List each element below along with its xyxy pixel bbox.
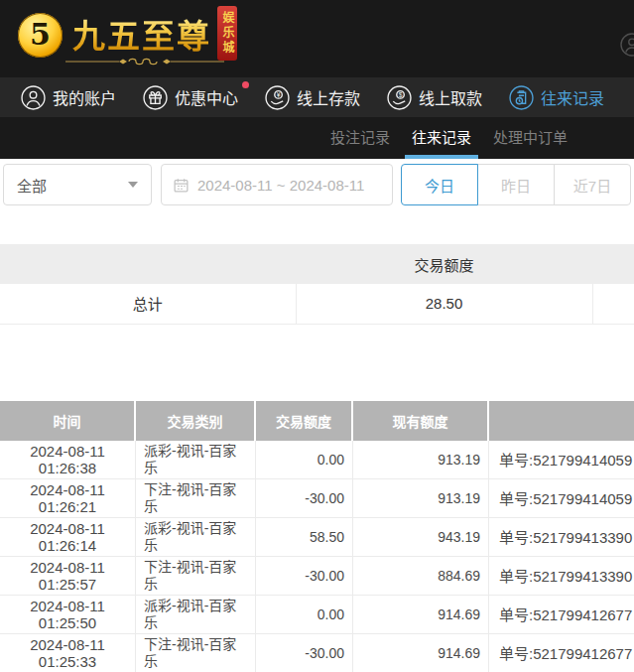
cell-balance: 914.69 <box>353 596 489 634</box>
brand-logo-icon: 5 <box>18 13 63 58</box>
cell-amount: 58.50 <box>256 518 353 557</box>
nav-item-label: 我的账户 <box>53 85 116 109</box>
cell-type: 派彩-视讯-百家乐 <box>136 518 256 557</box>
col-header-time: 时间 <box>0 401 136 441</box>
cell-order: 单号:521799413390 <box>489 557 634 596</box>
table-row: 2024-08-11 01:26:38 派彩-视讯-百家乐 0.00 913.1… <box>0 441 634 479</box>
cell-order: 单号:521799412677 <box>489 634 634 672</box>
col-header-type: 交易类别 <box>136 401 256 441</box>
col-header-amount: 交易额度 <box>256 401 353 441</box>
category-select-value: 全部 <box>17 175 47 196</box>
user-icon <box>21 85 46 110</box>
chevron-down-icon <box>128 182 138 188</box>
category-select[interactable]: 全部 <box>3 164 152 205</box>
cell-time: 2024-08-11 01:25:33 <box>0 634 136 672</box>
nav-item-promotions[interactable]: 优惠中心 <box>143 85 238 110</box>
gift-icon <box>143 85 168 110</box>
col-header-order <box>489 401 634 441</box>
nav-item-label: 往来记录 <box>541 85 604 109</box>
cell-type: 下注-视讯-百家乐 <box>136 479 256 518</box>
cell-balance: 943.19 <box>353 518 489 557</box>
notification-dot <box>242 81 249 88</box>
summary-table: 交易额度 总计 28.50 <box>0 244 634 325</box>
cell-type: 下注-视讯-百家乐 <box>136 557 256 596</box>
deposit-icon: ¥ <box>265 85 290 110</box>
summary-header-empty <box>0 244 296 284</box>
brand-title: 九五至尊 <box>72 10 211 58</box>
avatar-icon[interactable] <box>620 33 634 57</box>
cell-time: 2024-08-11 01:26:14 <box>0 518 136 557</box>
brand-badge: 娱乐城 <box>217 6 237 61</box>
summary-header-row: 交易额度 <box>0 244 634 284</box>
sub-tab-bar: 投注记录 往来记录 处理中订单 <box>0 117 634 159</box>
brand-logo-number: 5 <box>30 17 51 52</box>
nav-item-withdraw[interactable]: $ 线上取款 <box>387 85 482 110</box>
cell-order: 单号:521799414059 <box>489 441 634 479</box>
table-row: 2024-08-11 01:25:50 派彩-视讯-百家乐 0.00 914.6… <box>0 596 634 634</box>
cell-balance: 913.19 <box>353 441 489 479</box>
cell-time: 2024-08-11 01:25:50 <box>0 596 136 634</box>
last7days-button[interactable]: 近7日 <box>554 164 631 205</box>
records-icon <box>509 85 534 110</box>
cell-order: 单号:521799413390 <box>489 518 634 557</box>
summary-header-amount: 交易额度 <box>296 244 592 284</box>
cell-amount: -30.00 <box>256 634 353 672</box>
gold-flourish-icon <box>65 56 224 67</box>
cell-time: 2024-08-11 01:26:38 <box>0 441 136 479</box>
table-row: 2024-08-11 01:26:21 下注-视讯-百家乐 -30.00 913… <box>0 479 634 518</box>
cell-type: 下注-视讯-百家乐 <box>136 634 256 672</box>
cell-balance: 914.69 <box>353 634 489 672</box>
tab-processing-orders[interactable]: 处理中订单 <box>482 117 578 159</box>
table-row: 2024-08-11 01:25:57 下注-视讯-百家乐 -30.00 884… <box>0 557 634 596</box>
cell-order: 单号:521799414059 <box>489 479 634 518</box>
nav-item-records[interactable]: 往来记录 <box>509 85 604 110</box>
tab-transaction-records[interactable]: 往来记录 <box>401 117 482 159</box>
svg-text:$: $ <box>399 90 403 97</box>
date-range-value: 2024-08-11 ~ 2024-08-11 <box>197 177 364 194</box>
date-range-input[interactable]: 2024-08-11 ~ 2024-08-11 <box>161 164 393 205</box>
yesterday-button[interactable]: 昨日 <box>477 164 555 205</box>
main-nav: 我的账户 优惠中心 ¥ 线上存款 $ 线上取款 <box>0 77 634 117</box>
records-table: 时间 交易类别 交易额度 现有额度 2024-08-11 01:26:38 派彩… <box>0 401 634 672</box>
table-header-row: 时间 交易类别 交易额度 现有额度 <box>0 401 634 441</box>
table-row: 2024-08-11 01:25:33 下注-视讯-百家乐 -30.00 914… <box>0 634 634 672</box>
cell-time: 2024-08-11 01:25:57 <box>0 557 136 596</box>
svg-text:¥: ¥ <box>277 90 281 97</box>
nav-item-label: 线上取款 <box>419 85 482 109</box>
nav-item-label: 线上存款 <box>297 85 360 109</box>
cell-order: 单号:521799412677 <box>489 596 634 634</box>
table-row: 2024-08-11 01:26:14 派彩-视讯-百家乐 58.50 943.… <box>0 518 634 557</box>
cell-amount: 0.00 <box>256 596 353 634</box>
nav-item-my-account[interactable]: 我的账户 <box>21 85 116 110</box>
cell-type: 派彩-视讯-百家乐 <box>136 596 256 634</box>
logo-bar: 5 九五至尊 娱乐城 <box>0 0 634 77</box>
quick-date-buttons: 今日 昨日 近7日 <box>401 164 631 205</box>
calendar-icon <box>173 177 190 194</box>
withdraw-icon: $ <box>387 85 412 110</box>
cell-amount: -30.00 <box>256 479 353 518</box>
today-button[interactable]: 今日 <box>401 164 478 205</box>
cell-amount: 0.00 <box>256 441 353 479</box>
filter-row: 全部 2024-08-11 ~ 2024-08-11 今日 昨日 近7日 <box>0 159 634 205</box>
tab-betting-records[interactable]: 投注记录 <box>319 117 401 159</box>
cell-time: 2024-08-11 01:26:21 <box>0 479 136 518</box>
summary-total-value: 28.50 <box>296 284 592 324</box>
summary-total-label: 总计 <box>0 284 296 324</box>
nav-item-label: 优惠中心 <box>175 85 238 109</box>
cell-amount: -30.00 <box>256 557 353 596</box>
cell-balance: 884.69 <box>353 557 489 596</box>
nav-item-deposit[interactable]: ¥ 线上存款 <box>265 85 360 110</box>
col-header-balance: 现有额度 <box>353 401 489 441</box>
cell-balance: 913.19 <box>353 479 489 518</box>
cell-type: 派彩-视讯-百家乐 <box>136 441 256 479</box>
summary-total-row: 总计 28.50 <box>0 284 634 324</box>
